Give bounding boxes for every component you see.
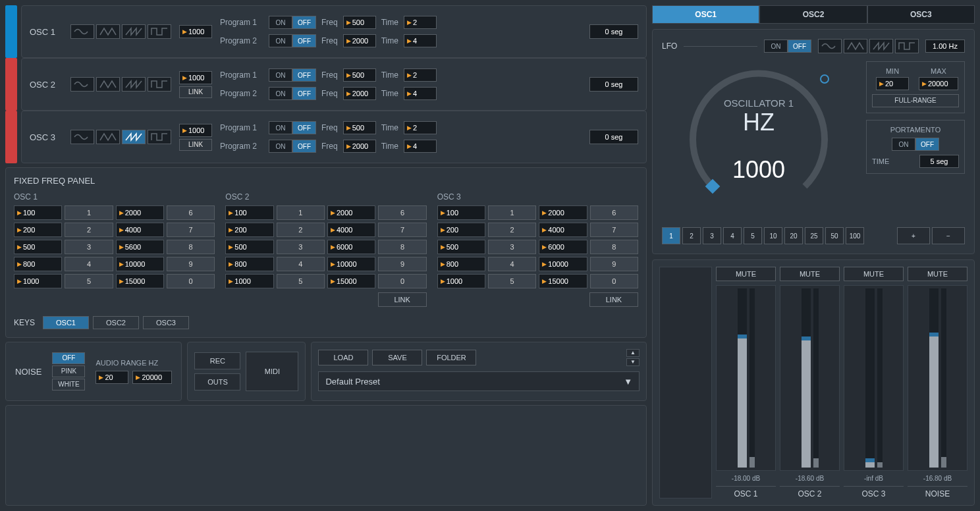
lfo-wave-saw-button[interactable] [869,39,893,53]
fixed-key-button[interactable]: 2 [488,223,536,237]
fixed-freq-input[interactable]: ▶100 [225,205,273,220]
program-time-input[interactable]: ▶2 [404,121,437,134]
lfo-wave-sine-button[interactable] [818,39,842,53]
fixed-freq-input[interactable]: ▶4000 [539,223,587,237]
frequency-dial[interactable]: OSCILLATOR 1 HZ 1000 [662,61,856,219]
fixed-freq-input[interactable]: ▶15000 [116,274,164,288]
portamento-on-button[interactable]: ON [892,138,915,151]
key-tab-osc3[interactable]: OSC3 [143,316,189,329]
fixed-key-button[interactable]: 1 [65,205,113,220]
folder-button[interactable]: FOLDER [426,350,476,365]
fixed-freq-input[interactable]: ▶800 [14,257,62,271]
noise-pink-button[interactable]: PINK [52,365,85,377]
fader[interactable] [738,288,747,468]
step-5-button[interactable]: 5 [744,227,762,244]
fader[interactable] [865,288,875,468]
fixed-freq-input[interactable]: ▶4000 [327,223,375,237]
fixed-freq-input[interactable]: ▶4000 [116,223,164,237]
fixed-key-button[interactable]: 9 [167,257,215,271]
program-on-button[interactable]: ON [269,34,292,47]
program-time-input[interactable]: ▶4 [404,140,437,153]
program-off-button[interactable]: OFF [292,16,316,29]
preset-up-button[interactable]: ▲ [626,349,640,357]
program-time-input[interactable]: ▶2 [404,16,437,29]
step-1-button[interactable]: 1 [662,227,680,244]
wave-saw-button[interactable] [122,77,146,92]
fixed-key-button[interactable]: 9 [378,257,426,271]
fixed-key-button[interactable]: 4 [65,257,113,271]
link-button[interactable]: LINK [179,139,212,151]
fixed-freq-input[interactable]: ▶6000 [539,240,587,254]
program-freq-input[interactable]: ▶2000 [343,34,376,47]
program-on-button[interactable]: ON [269,121,292,134]
fixed-freq-input[interactable]: ▶500 [14,240,62,254]
program-off-button[interactable]: OFF [292,140,316,153]
step-3-button[interactable]: 3 [703,227,721,244]
fixed-freq-input[interactable]: ▶5600 [116,240,164,254]
fixed-link-button[interactable]: LINK [589,292,638,307]
step-20-button[interactable]: 20 [784,227,803,244]
step-25-button[interactable]: 25 [805,227,823,244]
fixed-freq-input[interactable]: ▶200 [14,223,62,237]
program-time-input[interactable]: ▶4 [404,34,437,47]
fixed-freq-input[interactable]: ▶15000 [327,274,375,288]
noise-max-input[interactable]: ▶20000 [132,371,172,384]
portamento-off-button[interactable]: OFF [915,138,939,151]
lfo-off-button[interactable]: OFF [788,40,811,53]
fixed-key-button[interactable]: 6 [378,205,426,220]
wave-sine-button[interactable] [70,130,94,144]
key-tab-osc1[interactable]: OSC1 [43,316,89,329]
program-off-button[interactable]: OFF [292,121,316,134]
program-time-input[interactable]: ▶2 [404,68,437,82]
noise-off-button[interactable]: OFF [52,352,85,364]
fixed-key-button[interactable]: 2 [277,223,325,237]
mute-button[interactable]: MUTE [780,267,840,281]
fixed-key-button[interactable]: 3 [65,240,113,254]
fixed-key-button[interactable]: 8 [590,240,638,254]
fixed-key-button[interactable]: 7 [590,223,638,237]
fixed-key-button[interactable]: 3 [277,240,325,254]
min-input[interactable]: ▶20 [876,77,909,90]
outs-button[interactable]: OUTS [194,373,240,390]
fixed-key-button[interactable]: 8 [378,240,426,254]
tab-osc1[interactable]: OSC1 [652,5,759,24]
osc-freq-input[interactable]: ▶1000 [179,71,212,84]
fixed-freq-input[interactable]: ▶10000 [327,257,375,271]
program-freq-input[interactable]: ▶2000 [343,140,376,153]
lfo-wave-square-button[interactable] [895,39,919,53]
fixed-freq-input[interactable]: ▶15000 [539,274,587,288]
fixed-key-button[interactable]: 5 [65,274,113,288]
fixed-key-button[interactable]: 0 [167,274,215,288]
fixed-freq-input[interactable]: ▶100 [437,205,485,220]
mute-button[interactable]: MUTE [844,267,904,281]
step-100-button[interactable]: 100 [846,227,864,244]
wave-square-button[interactable] [148,130,171,144]
fixed-key-button[interactable]: 4 [488,257,536,271]
lfo-rate-input[interactable]: 1.00 Hz [925,40,965,53]
noise-white-button[interactable]: WHITE [52,379,85,390]
fixed-freq-input[interactable]: ▶500 [437,240,485,254]
full-range-button[interactable]: FULL-RANGE [872,94,959,107]
fixed-freq-input[interactable]: ▶800 [225,257,273,271]
program-on-button[interactable]: ON [269,87,292,100]
program-freq-input[interactable]: ▶500 [343,121,376,134]
wave-tri-button[interactable] [96,24,120,39]
program-on-button[interactable]: ON [269,16,292,29]
wave-sine-button[interactable] [70,77,94,92]
lfo-wave-tri-button[interactable] [844,39,867,53]
program-freq-input[interactable]: ▶500 [343,68,376,82]
program-on-button[interactable]: ON [269,68,292,82]
step-plus-button[interactable]: + [897,227,930,244]
program-time-input[interactable]: ▶4 [404,87,437,100]
fixed-freq-input[interactable]: ▶800 [437,257,485,271]
mute-button[interactable]: MUTE [716,267,776,281]
fixed-link-button[interactable]: LINK [378,292,427,307]
fixed-key-button[interactable]: 8 [167,240,215,254]
preset-dropdown[interactable]: Default Preset▼ [318,371,640,391]
tab-osc3[interactable]: OSC3 [867,5,975,24]
fixed-freq-input[interactable]: ▶100 [14,205,62,220]
osc-freq-input[interactable]: ▶1000 [179,25,212,38]
fixed-freq-input[interactable]: ▶2000 [327,205,375,220]
program-on-button[interactable]: ON [269,140,292,153]
wave-saw-button[interactable] [122,24,146,39]
